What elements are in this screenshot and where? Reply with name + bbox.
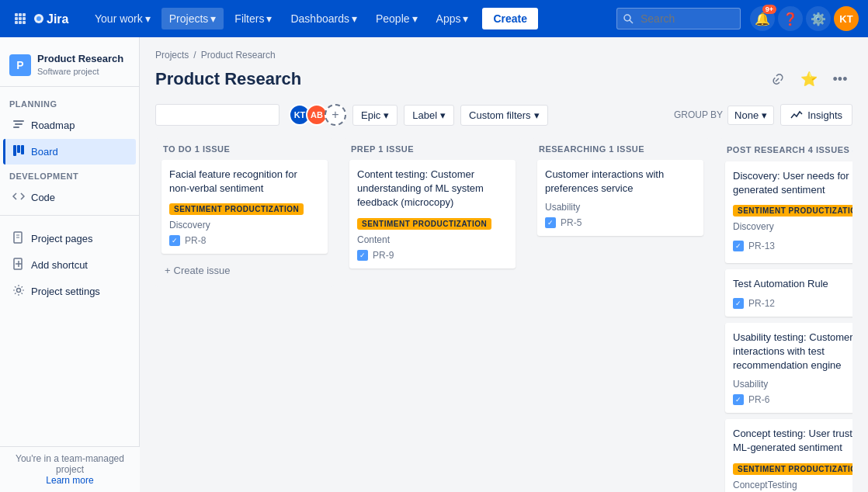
settings-button[interactable]: ⚙️ xyxy=(806,6,831,31)
sidebar-project[interactable]: P Product Research Software project xyxy=(0,47,139,87)
add-avatar-button[interactable]: + xyxy=(325,104,346,126)
custom-filters[interactable]: Custom filters ▾ xyxy=(460,105,547,126)
board-label: Board xyxy=(31,146,58,158)
sidebar-item-code[interactable]: Code xyxy=(3,185,136,210)
card-id: PR-9 xyxy=(373,250,394,261)
nav-your-work[interactable]: Your work ▾ xyxy=(87,8,158,29)
roadmap-icon xyxy=(12,118,25,133)
sidebar-item-board[interactable]: Board xyxy=(3,139,136,165)
sidebar-item-add-shortcut[interactable]: Add shortcut xyxy=(3,252,136,278)
add-shortcut-icon xyxy=(12,258,25,272)
learn-more-link[interactable]: Learn more xyxy=(9,475,130,486)
chevron-down-icon: ▾ xyxy=(762,109,767,121)
card-category: Usability xyxy=(545,202,696,213)
svg-rect-4 xyxy=(19,17,22,20)
svg-point-26 xyxy=(17,289,21,293)
svg-rect-3 xyxy=(15,17,18,20)
notifications-button[interactable]: 🔔 9+ xyxy=(750,6,775,31)
sidebar-item-project-settings[interactable]: Project settings xyxy=(3,279,136,304)
planning-section-title: PLANNING xyxy=(0,93,139,112)
nav-dashboards[interactable]: Dashboards ▾ xyxy=(283,8,365,29)
column-post-research-title: POST RESEARCH 4 ISSUES xyxy=(727,145,849,154)
column-researching-title: RESEARCHING 1 ISSUE xyxy=(539,144,644,154)
group-by-label: GROUP BY None ▾ xyxy=(674,106,774,125)
sidebar: P Product Research Software project PLAN… xyxy=(0,37,140,492)
svg-rect-14 xyxy=(13,120,24,122)
card-PR-10[interactable]: Concept testing: User trust of ML-genera… xyxy=(725,419,852,492)
board-search-input[interactable] xyxy=(155,104,279,126)
nav-filters[interactable]: Filters ▾ xyxy=(227,8,279,29)
see-all-button[interactable]: See all D xyxy=(852,144,852,155)
more-options-button[interactable]: ••• xyxy=(828,67,852,92)
svg-rect-1 xyxy=(19,13,22,16)
star-button[interactable]: ⭐ xyxy=(797,67,821,92)
tag-sentiment: SENTIMENT PRODUCTIZATION xyxy=(733,205,852,217)
label-filter[interactable]: Label ▾ xyxy=(404,105,454,126)
card-title: Discovery: User needs for ML-generated s… xyxy=(733,169,852,197)
card-category: Content xyxy=(357,234,508,245)
svg-point-11 xyxy=(36,16,41,21)
insights-button[interactable]: Insights xyxy=(780,104,852,126)
project-pages-label: Project pages xyxy=(31,233,93,244)
main-content: Projects / Product Research Product Rese… xyxy=(140,37,868,492)
code-icon xyxy=(12,190,25,205)
column-todo-title: TO DO 1 ISSUE xyxy=(163,144,230,154)
nav-icons: 🔔 9+ ❓ ⚙️ KT xyxy=(750,6,859,31)
card-PR-6[interactable]: Usability testing: Customer interactions… xyxy=(725,323,852,414)
search-input[interactable] xyxy=(616,8,741,29)
tag-sentiment: SENTIMENT PRODUCTIZATION xyxy=(169,203,304,215)
card-PR-9[interactable]: Content testing: Customer understanding … xyxy=(349,160,516,269)
sidebar-item-roadmap[interactable]: Roadmap xyxy=(3,113,136,138)
project-name: Product Research xyxy=(37,53,123,66)
svg-rect-19 xyxy=(21,145,24,154)
create-button[interactable]: Create xyxy=(482,8,538,29)
card-title: Test Automation Rule xyxy=(733,277,852,291)
svg-rect-0 xyxy=(15,13,18,16)
column-researching: RESEARCHING 1 ISSUE Customer interaction… xyxy=(531,138,710,248)
add-shortcut-label: Add shortcut xyxy=(31,259,88,271)
project-icon: P xyxy=(9,54,31,76)
card-id: PR-8 xyxy=(185,235,206,246)
task-icon xyxy=(357,250,368,261)
card-PR-5[interactable]: Customer interactions with preferences s… xyxy=(537,160,703,236)
jira-logo[interactable]: Jira xyxy=(34,9,78,28)
create-issue-button[interactable]: + Create issue xyxy=(161,260,328,281)
card-PR-13[interactable]: Discovery: User needs for ML-generated s… xyxy=(725,161,852,263)
svg-rect-7 xyxy=(19,21,22,24)
settings-icon xyxy=(12,284,25,299)
task-icon xyxy=(733,298,744,309)
svg-rect-18 xyxy=(17,145,20,153)
card-id: PR-6 xyxy=(748,394,769,405)
apps-grid-icon[interactable] xyxy=(9,8,31,29)
chevron-down-icon: ▾ xyxy=(463,12,468,25)
help-button[interactable]: ❓ xyxy=(778,6,803,31)
card-id: PR-13 xyxy=(748,241,775,251)
team-notice-banner: You're in a team-managed project Learn m… xyxy=(0,446,140,492)
pages-icon xyxy=(12,231,25,246)
task-icon xyxy=(733,394,744,405)
nav-people[interactable]: People ▾ xyxy=(368,8,425,29)
user-avatar[interactable]: KT xyxy=(834,6,859,31)
nav-projects[interactable]: Projects ▾ xyxy=(161,8,224,29)
card-title: Facial feature recognition for non-verba… xyxy=(169,168,320,196)
notifications-badge: 9+ xyxy=(762,5,776,14)
group-by-select[interactable]: None ▾ xyxy=(727,106,774,125)
development-section-title: DEVELOPMENT xyxy=(0,165,139,184)
card-category: Usability xyxy=(733,379,852,390)
chevron-down-icon: ▾ xyxy=(145,12,151,25)
card-title: Concept testing: User trust of ML-genera… xyxy=(733,427,852,455)
roadmap-label: Roadmap xyxy=(31,120,75,131)
link-icon-button[interactable] xyxy=(766,67,790,92)
sidebar-item-project-pages[interactable]: Project pages xyxy=(3,226,136,251)
chevron-down-icon: ▾ xyxy=(440,109,446,121)
card-PR-12[interactable]: Test Automation Rule PR-12 xyxy=(725,269,852,316)
epic-filter[interactable]: Epic ▾ xyxy=(352,105,398,126)
breadcrumb-projects[interactable]: Projects xyxy=(155,50,189,61)
nav-apps[interactable]: Apps ▾ xyxy=(429,8,477,29)
svg-rect-5 xyxy=(23,17,26,20)
task-icon xyxy=(545,217,556,228)
tag-sentiment: SENTIMENT PRODUCTIZATION xyxy=(733,463,852,475)
chevron-down-icon: ▾ xyxy=(412,12,418,25)
card-PR-8[interactable]: Facial feature recognition for non-verba… xyxy=(161,160,328,254)
column-prep: PREP 1 ISSUE Content testing: Customer u… xyxy=(343,138,522,281)
